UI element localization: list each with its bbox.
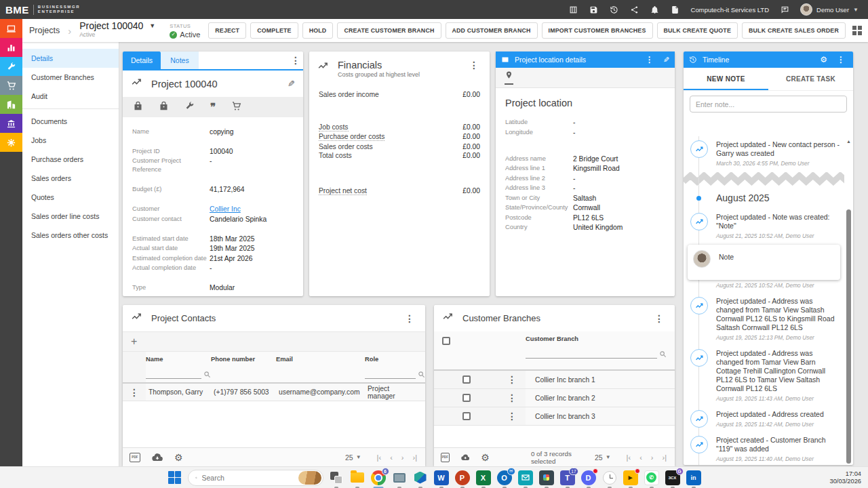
rail-sales-icon[interactable] — [0, 76, 22, 95]
map-app-icon[interactable] — [538, 470, 555, 486]
last-page-icon[interactable]: ›| — [412, 453, 417, 462]
first-page-icon[interactable]: |‹ — [377, 453, 382, 462]
sidebar-item-documents[interactable]: Documents — [22, 112, 119, 131]
search-highlight-image[interactable] — [298, 471, 321, 485]
branches-menu-icon[interactable]: ⋮ — [652, 314, 667, 323]
note-input[interactable] — [690, 96, 847, 113]
location-pin-icon[interactable] — [505, 70, 513, 85]
add-customer-branch-button[interactable]: ADD CUSTOMER BRANCH — [446, 22, 538, 39]
widgets-grid-icon[interactable] — [852, 26, 862, 35]
rail-settings-icon[interactable] — [0, 133, 22, 152]
location-menu-icon[interactable]: ⋮ — [643, 56, 656, 64]
dev-app-icon[interactable] — [412, 470, 429, 486]
company-name[interactable]: Computech-it Services LTD — [691, 6, 769, 14]
task-view-icon[interactable] — [328, 470, 344, 486]
quote-icon[interactable]: ❞ — [210, 104, 216, 110]
download-icon[interactable] — [152, 452, 163, 463]
outlook-icon[interactable]: O✉ — [496, 470, 513, 486]
table-settings-icon[interactable]: ⚙ — [481, 453, 490, 462]
financials-menu-icon[interactable]: ⋮ — [467, 60, 481, 79]
export-pdf-icon[interactable]: PDF — [441, 453, 450, 462]
download-icon[interactable] — [461, 452, 469, 463]
teams-icon[interactable]: T17 — [559, 470, 576, 486]
chat-icon[interactable] — [780, 5, 789, 14]
start-button[interactable] — [167, 470, 183, 486]
tab-notes[interactable]: Notes — [161, 52, 199, 69]
word-icon[interactable]: W — [433, 470, 450, 486]
page-size-select[interactable]: 25▼ — [595, 453, 611, 462]
title-dropdown-icon[interactable]: ▼ — [149, 22, 155, 30]
taskbar-search-input[interactable] — [202, 474, 294, 482]
row-menu-icon[interactable]: ⋮ — [505, 393, 519, 403]
timeline-scroll-area[interactable]: Project updated - New contact person - G… — [684, 136, 844, 465]
powerpoint-icon[interactable]: P — [454, 470, 471, 486]
linkedin-icon[interactable]: in — [686, 470, 702, 486]
wrench-icon[interactable] — [184, 101, 195, 114]
last-page-icon[interactable]: ›| — [662, 453, 667, 462]
sidebar-item-audit[interactable]: Audit — [22, 87, 119, 106]
file-explorer-icon[interactable] — [349, 470, 366, 486]
branch-row[interactable]: ⋮ Collier Inc branch 2 — [434, 389, 675, 407]
rail-customers-icon[interactable] — [0, 95, 22, 114]
history-icon[interactable] — [610, 5, 619, 14]
bulk-create-sales-order-button[interactable]: BULK CREATE SALES ORDER — [742, 22, 846, 39]
rail-finance-icon[interactable] — [0, 114, 22, 133]
bulk-create-quote-button[interactable]: BULK CREATE QUOTE — [657, 22, 738, 39]
complete-button[interactable]: COMPLETE — [250, 22, 298, 39]
export-pdf-icon[interactable]: PDF — [130, 453, 140, 462]
row-checkbox[interactable] — [462, 412, 471, 420]
prev-page-icon[interactable]: ‹ — [639, 453, 642, 462]
tab-details[interactable]: Details — [123, 52, 161, 69]
user-menu[interactable]: Demo User ▼ — [800, 3, 859, 16]
timeline-entry[interactable]: Project updated - Address created August… — [684, 406, 844, 432]
share-icon[interactable] — [630, 5, 639, 14]
select-all-checkbox[interactable] — [442, 337, 450, 345]
discord-icon[interactable]: D — [580, 470, 597, 486]
timeline-entry[interactable]: Project created - Customer Branch "119" … — [684, 432, 844, 465]
excel-icon[interactable]: X — [475, 470, 492, 486]
customer-link[interactable]: Collier Inc — [210, 205, 241, 214]
row-checkbox[interactable] — [462, 375, 471, 384]
mail-icon[interactable] — [517, 470, 534, 486]
create-customer-branch-button[interactable]: CREATE CUSTOMER BRANCH — [337, 22, 441, 39]
edit-project-icon[interactable]: ✎ — [288, 79, 295, 89]
document-icon[interactable] — [671, 5, 680, 14]
next-page-icon[interactable]: › — [651, 453, 654, 462]
contacts-menu-icon[interactable]: ⋮ — [402, 314, 417, 323]
row-menu-icon[interactable]: ⋮ — [127, 388, 142, 397]
job-bag-icon[interactable] — [133, 101, 143, 114]
sidebar-item-quotes[interactable]: Quotes — [22, 188, 119, 207]
rail-jobs-icon[interactable] — [0, 57, 22, 76]
sidebar-item-purchase-orders[interactable]: Purchase orders — [22, 150, 119, 169]
save-icon[interactable] — [589, 5, 599, 14]
purchase-bag-icon[interactable] — [159, 101, 169, 114]
phone-system-icon[interactable]: 3CXG — [665, 470, 681, 486]
media-app-icon[interactable]: ▸ — [623, 470, 639, 486]
sidebar-item-sales-orders[interactable]: Sales orders — [22, 169, 119, 188]
branch-row[interactable]: ⋮ Collier Inc branch 3 — [434, 407, 675, 426]
app-logo[interactable]: BME BUSINESSMGR ENTERPRISE — [5, 4, 80, 16]
hold-button[interactable]: HOLD — [302, 22, 334, 39]
timeline-entry[interactable]: Project updated - New contact person - G… — [684, 136, 844, 171]
tab-create-task[interactable]: CREATE TASK — [768, 68, 853, 90]
sidebar-item-sales-order-line-costs[interactable]: Sales order line costs — [22, 207, 119, 226]
view-columns-icon[interactable] — [569, 5, 578, 14]
timeline-entry[interactable]: Project updated - Address was changed fr… — [684, 345, 844, 406]
sidebar-item-jobs[interactable]: Jobs — [22, 131, 119, 150]
tab-new-note[interactable]: NEW NOTE — [684, 68, 768, 90]
cart-icon[interactable] — [231, 101, 241, 114]
breadcrumb-projects[interactable]: Projects — [29, 26, 60, 35]
notifications-bell-icon[interactable] — [650, 5, 660, 14]
chrome-icon[interactable]: 6 — [370, 470, 387, 486]
clock-app-icon[interactable] — [601, 470, 618, 486]
timeline-menu-icon[interactable]: ⋮ — [834, 56, 848, 64]
rail-projects-icon[interactable] — [0, 19, 22, 38]
sidebar-item-customer-branches[interactable]: Customer Branches — [22, 68, 119, 87]
timeline-settings-icon[interactable]: ⚙ — [820, 56, 827, 64]
taskbar-clock[interactable]: 17:04 30/03/2026 — [829, 467, 861, 488]
first-page-icon[interactable]: |‹ — [627, 453, 631, 462]
scrollbar-thumb[interactable] — [846, 209, 851, 464]
table-settings-icon[interactable]: ⚙ — [174, 453, 183, 462]
reject-button[interactable]: REJECT — [208, 22, 246, 39]
row-menu-icon[interactable]: ⋮ — [505, 375, 519, 384]
